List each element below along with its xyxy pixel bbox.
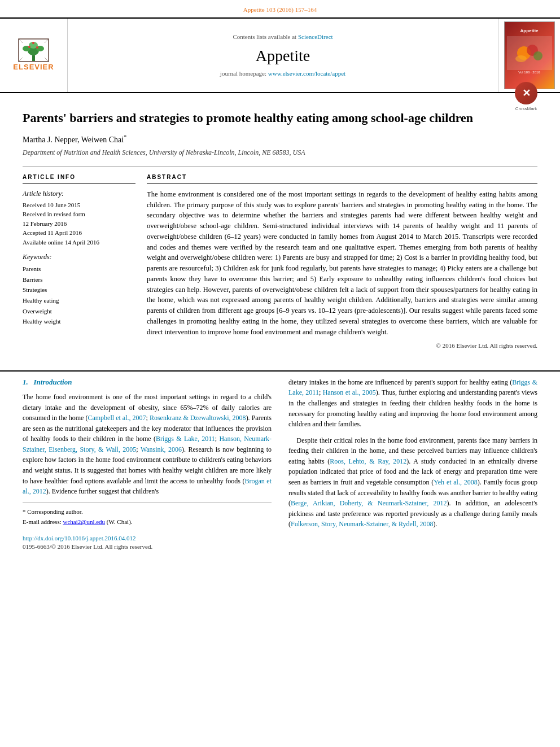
corresponding-author-note: * Corresponding author. [23, 508, 272, 516]
abstract-label: ABSTRACT [147, 173, 537, 184]
affiliation: Department of Nutrition and Health Scien… [23, 148, 537, 158]
elsevier-wordmark: ELSEVIER [13, 62, 54, 72]
journal-cover-area: Appetite Vol 103 · 2016 [498, 19, 560, 92]
abstract-text: The home environment is considered one o… [147, 189, 537, 338]
keyword-parents: Parents [23, 264, 135, 274]
section1-heading: 1. Introduction [23, 377, 272, 387]
elsevier-logo-area: ELSEVIER [0, 19, 68, 92]
journal-homepage: journal homepage: www.elsevier.com/locat… [220, 69, 345, 78]
contents-text: Contents lists available at [233, 33, 296, 40]
main-body-section: 1. Introduction The home food environmen… [0, 370, 560, 563]
svg-point-6 [36, 46, 38, 49]
keyword-list: Parents Barriers Strategies Healthy eati… [23, 264, 135, 327]
ref-briggs1[interactable]: Briggs & Lake, 2011 [156, 435, 215, 443]
body-col2-para2: Despite their critical roles in the home… [288, 435, 537, 530]
keyword-overweight: Overweight [23, 306, 135, 317]
cover-subtitle: Vol 103 · 2016 [518, 70, 540, 75]
article-content: CrossMark Parents' barriers and strategi… [0, 93, 560, 370]
received-revised-label: Received in revised form [23, 209, 135, 219]
body-col1-para1: The home food environment is one of the … [23, 392, 272, 497]
email-label: E-mail address: [23, 518, 62, 525]
keywords-title: Keywords: [23, 252, 135, 262]
keyword-healthy-eating: Healthy eating [23, 295, 135, 306]
ref-fulkerson[interactable]: Fulkerson, Story, Neumark-Sztainer, & Ry… [291, 520, 434, 528]
available-date: Available online 14 April 2016 [23, 238, 135, 247]
svg-point-7 [32, 42, 34, 44]
article-info-label: ARTICLE INFO [23, 173, 135, 184]
keyword-healthy-weight: Healthy weight [23, 316, 135, 327]
authors: Martha J. Nepper, Weiwen Chai* [23, 133, 537, 145]
crossmark-area[interactable]: CrossMark [515, 82, 537, 112]
ref-yeh[interactable]: Yeh et al., 2008 [434, 478, 477, 486]
homepage-label: journal homepage: [220, 70, 266, 77]
keywords-section: Keywords: Parents Barriers Strategies He… [23, 252, 135, 327]
contents-line: Contents lists available at ScienceDirec… [233, 33, 333, 41]
ref-berge[interactable]: Berge, Arikian, Doherty, & Neumark-Sztai… [291, 499, 447, 507]
section1-number: 1. [23, 378, 28, 386]
journal-cover-thumbnail: Appetite Vol 103 · 2016 [504, 21, 555, 89]
section1-title: Introduction [34, 378, 72, 386]
elsevier-tree-icon [18, 38, 49, 62]
copyright-line: © 2016 Elsevier Ltd. All rights reserved… [147, 342, 537, 350]
email-person: (W. Chai). [107, 518, 133, 525]
page-wrapper: Appetite 103 (2016) 157–164 [0, 0, 560, 562]
crossmark-label: CrossMark [515, 106, 537, 112]
ref-hanson2[interactable]: Hanson et al., 2005 [323, 388, 376, 396]
keyword-strategies: Strategies [23, 285, 135, 295]
elsevier-logo: ELSEVIER [13, 38, 54, 72]
homepage-url[interactable]: www.elsevier.com/locate/appet [268, 70, 345, 77]
email-line: E-mail address: wchai2@unl.edu (W. Chai)… [23, 518, 272, 526]
svg-line-10 [45, 39, 49, 43]
journal-center: Contents lists available at ScienceDirec… [68, 19, 498, 92]
body-col-1: 1. Introduction The home food environmen… [23, 377, 272, 552]
ref-wansink[interactable]: Wansink, 2006 [141, 445, 182, 453]
author-names: Martha J. Nepper, Weiwen Chai [23, 135, 124, 143]
journal-header: ELSEVIER Contents lists available at Sci… [0, 18, 560, 93]
crossmark-circle[interactable] [515, 82, 537, 104]
article-history: Article history: Received 10 June 2015 R… [23, 189, 135, 247]
accepted-date: Accepted 11 April 2016 [23, 228, 135, 238]
article-title: Parents' barriers and strategies to prom… [23, 110, 537, 126]
title-area: CrossMark Parents' barriers and strategi… [23, 110, 537, 126]
svg-line-12 [45, 58, 49, 62]
issn-line: 0195-6663/© 2016 Elsevier Ltd. All right… [23, 543, 272, 551]
email-link[interactable]: wchai2@unl.edu [63, 518, 105, 525]
body-col-2: dietary intakes in the home are influenc… [288, 377, 537, 552]
sciencedirect-link[interactable]: ScienceDirect [298, 33, 333, 40]
received-date: Received 10 June 2015 [23, 200, 135, 210]
body-col2-para1: dietary intakes in the home are influenc… [288, 377, 537, 430]
ref-rosenkranz[interactable]: Rosenkranz & Dzewaltowski, 2008 [150, 414, 246, 422]
svg-rect-0 [32, 55, 35, 61]
citation-link[interactable]: Appetite 103 (2016) 157–164 [243, 6, 317, 13]
article-info-abstract: ARTICLE INFO Article history: Received 1… [23, 166, 537, 351]
body-two-col: 1. Introduction The home food environmen… [23, 377, 537, 552]
doi-link[interactable]: http://dx.doi.org/10.1016/j.appet.2016.0… [23, 535, 136, 541]
crossmark-badge: CrossMark [515, 82, 537, 112]
abstract-col: ABSTRACT The home environment is conside… [147, 173, 537, 351]
svg-point-5 [28, 46, 30, 48]
article-info-col: ARTICLE INFO Article history: Received 1… [23, 173, 135, 351]
ref-brogan[interactable]: Brogan et al., 2012 [23, 477, 272, 496]
svg-point-15 [533, 51, 542, 60]
history-title: Article history: [23, 189, 135, 199]
cover-image-icon [513, 39, 546, 67]
cover-title: Appetite [520, 28, 539, 34]
received-revised-date: 12 February 2016 [23, 219, 135, 229]
svg-line-9 [19, 39, 23, 43]
svg-line-11 [19, 58, 23, 62]
top-bar: Appetite 103 (2016) 157–164 [0, 0, 560, 18]
svg-point-16 [515, 55, 527, 62]
journal-title: Appetite [256, 45, 310, 67]
keyword-barriers: Barriers [23, 274, 135, 285]
ref-campbell[interactable]: Campbell et al., 2007 [88, 414, 146, 422]
author-note: * [124, 134, 126, 140]
footnote-section: * Corresponding author. E-mail address: … [23, 503, 272, 552]
ref-roos[interactable]: Roos, Lehto, & Ray, 2012 [330, 457, 406, 465]
